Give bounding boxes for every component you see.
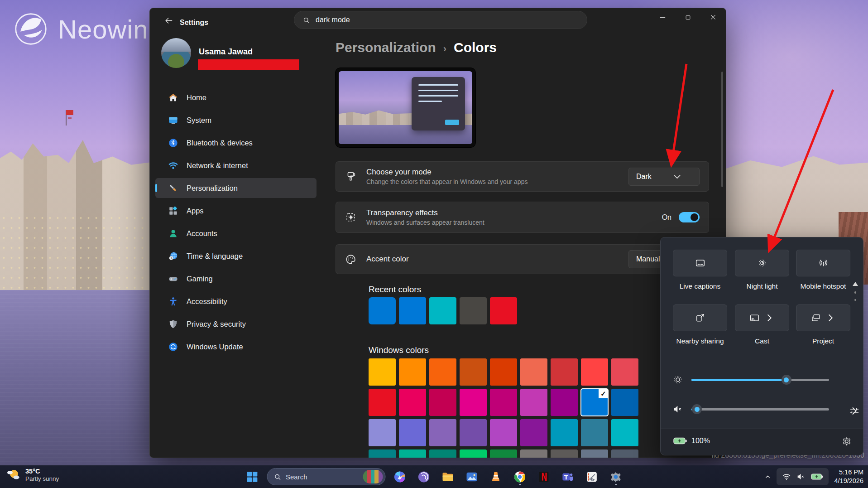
recent-color-swatch[interactable] (369, 297, 396, 324)
chevron-right-icon[interactable] (849, 406, 860, 416)
sidebar-item-bluetooth[interactable]: Bluetooth & devices (155, 133, 317, 153)
accent-dropdown-value: Manual (636, 255, 660, 263)
accessibility-icon (168, 296, 178, 307)
recent-color-swatch[interactable] (399, 297, 426, 324)
taskbar-app-explorer[interactable] (438, 467, 457, 486)
taskbar-app-vlc[interactable] (486, 467, 505, 486)
windows-color-swatch[interactable] (551, 419, 578, 446)
windows-color-swatch[interactable] (611, 419, 638, 446)
brightness-thumb[interactable] (782, 375, 791, 385)
quick-settings-tray-button[interactable] (777, 468, 829, 485)
windows-color-swatch[interactable] (581, 419, 608, 446)
windows-color-swatch[interactable] (490, 389, 517, 416)
back-button[interactable] (161, 14, 176, 27)
taskbar-app-copilot[interactable] (390, 467, 409, 486)
taskbar-app-settings-app[interactable] (606, 467, 625, 486)
minimize-button[interactable] (650, 8, 675, 26)
sidebar-item-privacy[interactable]: Privacy & security (155, 314, 317, 334)
windows-color-swatch[interactable] (490, 358, 517, 386)
window-title: Settings (180, 19, 208, 27)
recent-color-swatch[interactable] (429, 297, 456, 324)
caption-buttons (650, 8, 726, 26)
qs-tile-cast[interactable] (735, 304, 789, 331)
taskbar-app-chrome[interactable] (510, 467, 529, 486)
user-avatar[interactable] (161, 38, 191, 68)
windows-color-swatch[interactable] (520, 358, 547, 386)
sidebar-item-gaming[interactable]: Gaming (155, 269, 317, 289)
windows-color-swatch[interactable] (369, 449, 396, 458)
sidebar-item-apps[interactable]: Apps (155, 201, 317, 221)
taskbar-search-box[interactable]: Search (267, 468, 385, 485)
sidebar-item-home[interactable]: Home (155, 87, 317, 107)
qs-tile-live-captions[interactable] (673, 250, 727, 276)
qs-tile-night-light[interactable] (735, 250, 789, 276)
windows-color-swatch[interactable] (369, 419, 396, 446)
windows-color-swatch[interactable] (520, 419, 547, 446)
qs-tile-project[interactable] (796, 304, 850, 331)
windows-color-swatch[interactable] (581, 358, 608, 386)
windows-color-swatch[interactable] (611, 449, 638, 458)
windows-color-swatch[interactable] (460, 358, 487, 386)
windows-color-swatch[interactable]: ✓ (581, 389, 608, 416)
sidebar-item-windows-update[interactable]: Windows Update (155, 337, 317, 357)
red-flag (66, 110, 73, 115)
windows-color-swatch[interactable] (369, 358, 396, 386)
transparency-toggle[interactable] (679, 212, 700, 222)
windows-color-swatch[interactable] (551, 358, 578, 386)
volume-slider[interactable] (691, 408, 829, 411)
clock[interactable]: 5:16 PM 4/19/2026 (834, 468, 863, 485)
sidebar-item-system[interactable]: System (155, 110, 317, 130)
recent-color-swatch[interactable] (460, 297, 487, 324)
windows-color-swatch[interactable] (399, 419, 426, 446)
windows-color-swatch[interactable] (460, 419, 487, 446)
volume-thumb[interactable] (692, 404, 702, 414)
recent-color-swatch[interactable] (490, 297, 517, 324)
taskbar-app-netflix[interactable] (534, 467, 553, 486)
windows-color-swatch[interactable] (581, 449, 608, 458)
taskbar-app-teams[interactable] (558, 467, 577, 486)
maximize-button[interactable] (675, 8, 700, 26)
windows-color-swatch[interactable] (399, 358, 426, 386)
windows-color-swatch[interactable] (520, 449, 547, 458)
windows-color-swatch[interactable] (429, 389, 456, 416)
start-button[interactable] (243, 467, 262, 486)
windows-color-swatch[interactable] (611, 389, 638, 416)
windows-color-swatch[interactable] (429, 449, 456, 458)
battery-status[interactable]: 100% (673, 436, 710, 445)
windows-color-swatch[interactable] (369, 389, 396, 416)
qs-tile-label-live-captions: Live captions (669, 282, 731, 290)
windows-color-swatch[interactable] (611, 358, 638, 386)
mode-dropdown[interactable]: Dark (628, 168, 700, 186)
sidebar-item-accounts[interactable]: Accounts (155, 223, 317, 243)
sidebar-item-accessibility[interactable]: Accessibility (155, 291, 317, 311)
windows-color-swatch[interactable] (490, 419, 517, 446)
qs-tile-mobile-hotspot[interactable] (796, 250, 850, 276)
windows-color-swatch[interactable] (551, 389, 578, 416)
settings-search-input[interactable]: dark mode (294, 11, 587, 29)
sidebar-item-time-language[interactable]: Time & language (155, 246, 317, 266)
windows-color-swatch[interactable] (551, 449, 578, 458)
home-icon (168, 92, 178, 103)
gear-icon[interactable] (842, 436, 852, 446)
windows-color-swatch[interactable] (520, 389, 547, 416)
close-button[interactable] (700, 8, 726, 26)
scrollbar-thumb[interactable] (721, 72, 723, 187)
sidebar-item-network[interactable]: Network & internet (155, 155, 317, 175)
windows-color-swatch[interactable] (429, 419, 456, 446)
taskbar-app-snip[interactable] (582, 467, 601, 486)
weather-widget[interactable]: 35°C Partly sunny (5, 468, 59, 482)
windows-color-swatch[interactable] (460, 389, 487, 416)
search-highlight-image[interactable] (363, 470, 383, 483)
windows-color-swatch[interactable] (429, 358, 456, 386)
taskbar-app-photos[interactable] (462, 467, 481, 486)
weather-condition: Partly sunny (25, 475, 59, 482)
breadcrumb-parent[interactable]: Personalization (336, 40, 436, 55)
windows-color-swatch[interactable] (490, 449, 517, 458)
qs-tile-nearby-sharing[interactable] (673, 304, 727, 331)
windows-color-swatch[interactable] (460, 449, 487, 458)
windows-color-swatch[interactable] (399, 389, 426, 416)
taskbar-app-bittorrent[interactable] (414, 467, 433, 486)
tray-chevron-up-icon[interactable] (764, 474, 771, 480)
windows-color-swatch[interactable] (399, 449, 426, 458)
sidebar-item-personalization[interactable]: Personalization (155, 178, 317, 198)
